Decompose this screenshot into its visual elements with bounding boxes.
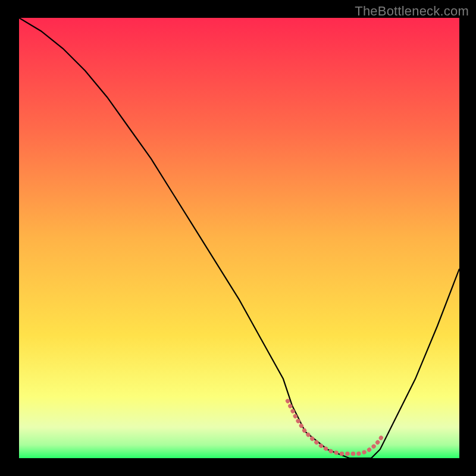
chart-container: TheBottleneck.com [0, 0, 476, 476]
gradient-background [19, 18, 459, 458]
watermark-text: TheBottleneck.com [355, 4, 469, 19]
plot-area [19, 18, 459, 458]
chart-svg [19, 18, 459, 458]
